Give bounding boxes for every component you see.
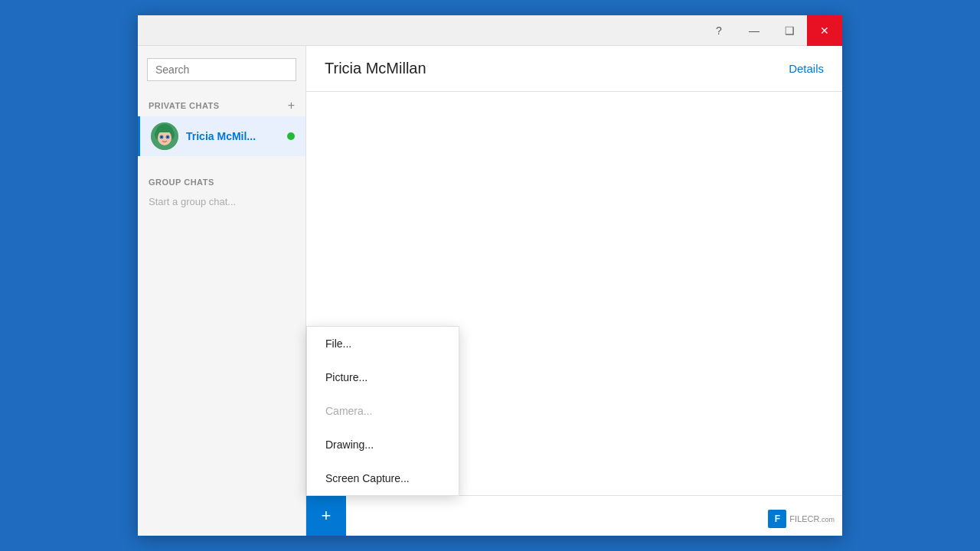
svg-point-8 <box>167 136 168 138</box>
compose-bar: File... Picture... Camera... Drawing... … <box>306 495 842 536</box>
watermark-icon: F <box>768 510 786 528</box>
avatar-tricia <box>151 122 178 150</box>
add-private-chat-button[interactable]: + <box>288 99 295 112</box>
sidebar: PRIVATE CHATS + <box>138 46 306 536</box>
add-attachment-button[interactable]: + <box>306 496 346 536</box>
minimize-button[interactable]: — <box>737 15 772 46</box>
menu-item-camera: Camera... <box>307 394 459 428</box>
online-status-tricia <box>287 132 295 140</box>
close-button[interactable]: ✕ <box>807 15 842 46</box>
main-content: PRIVATE CHATS + <box>138 46 842 536</box>
group-chats-label: GROUP CHATS <box>149 178 214 187</box>
menu-item-file[interactable]: File... <box>307 327 459 360</box>
chat-area: Tricia McMillan Details File... Picture.… <box>306 46 842 536</box>
help-button[interactable]: ? <box>701 15 737 46</box>
group-chats-header: GROUP CHATS <box>138 168 305 191</box>
restore-button[interactable]: ❑ <box>772 15 807 46</box>
menu-item-drawing[interactable]: Drawing... <box>307 428 459 461</box>
menu-item-screen-capture[interactable]: Screen Capture... <box>307 461 459 495</box>
private-chats-header: PRIVATE CHATS + <box>138 90 305 116</box>
chat-item-tricia[interactable]: Tricia McMil... <box>138 116 305 156</box>
start-group-chat[interactable]: Start a group chat... <box>138 191 305 215</box>
group-chats-section: GROUP CHATS Start a group chat... <box>138 168 305 215</box>
contact-name-tricia: Tricia McMil... <box>186 130 284 142</box>
attachment-menu: File... Picture... Camera... Drawing... … <box>306 326 459 496</box>
search-box[interactable] <box>147 58 296 81</box>
search-input[interactable] <box>155 64 288 76</box>
private-chats-label: PRIVATE CHATS <box>149 101 220 110</box>
chat-contact-name: Tricia McMillan <box>325 60 426 77</box>
chat-header: Tricia McMillan Details <box>306 46 842 92</box>
watermark: F FILECR.com <box>768 510 835 528</box>
details-link[interactable]: Details <box>789 62 824 75</box>
title-bar: ? — ❑ ✕ <box>138 15 842 46</box>
menu-item-picture[interactable]: Picture... <box>307 360 459 394</box>
app-window: ? — ❑ ✕ PRIVATE CHATS + <box>138 15 842 536</box>
svg-point-7 <box>161 136 162 138</box>
watermark-text: FILECR.com <box>789 514 835 523</box>
